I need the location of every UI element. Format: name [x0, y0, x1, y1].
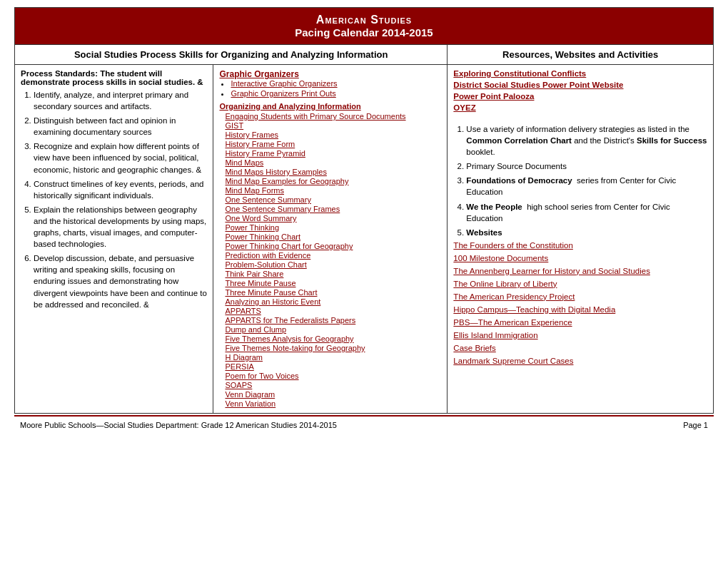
gist-link[interactable]: GIST [225, 121, 243, 130]
problem-solution-link[interactable]: Problem-Solution Chart [225, 260, 306, 269]
list-item: GIST [225, 121, 441, 130]
process-heading: Process Standards: The student will demo… [21, 69, 203, 86]
mind-maps-link[interactable]: Mind Maps [225, 158, 263, 167]
resources-column: Exploring Constitutional Conflicts Distr… [448, 65, 713, 413]
list-item: Three Minute Pause [225, 279, 441, 287]
interactive-graphic-organizers-link[interactable]: Interactive Graphic Organizers [231, 79, 337, 88]
case-briefs-link[interactable]: Case Briefs [453, 344, 707, 352]
bullet-links-list: Interactive Graphic Organizers Graphic O… [219, 79, 441, 98]
list-item: APPARTS [225, 307, 441, 315]
organizers-links-list: Engaging Students with Primary Source Do… [219, 112, 441, 408]
annenberg-learner-link[interactable]: The Annenberg Learner for History and So… [453, 267, 707, 275]
list-item: Recognize and explain how different poin… [34, 140, 207, 175]
one-sentence-summary-link[interactable]: One Sentence Summary [225, 195, 310, 204]
websites-heading: Websites [466, 228, 502, 237]
list-item: SOAPS [225, 381, 441, 389]
list-item: Develop discussion, debate, and persuasi… [34, 252, 207, 310]
prediction-evidence-link[interactable]: Prediction with Evidence [225, 251, 310, 260]
organizing-analyzing-heading[interactable]: Organizing and Analyzing Information [219, 102, 441, 111]
power-thinking-link[interactable]: Power Thinking [225, 223, 279, 232]
landmark-supreme-court-link[interactable]: Landmark Supreme Court Cases [453, 357, 707, 365]
list-item: Problem-Solution Chart [225, 260, 441, 269]
page-footer: Moore Public Schools—Social Studies Depa… [14, 415, 714, 434]
list-item: Use a variety of information delivery st… [466, 123, 707, 158]
think-pair-share-link[interactable]: Think Pair Share [225, 270, 283, 278]
list-item: One Word Summary [225, 214, 441, 223]
american-presidency-link[interactable]: The American Presidency Project [453, 292, 707, 301]
list-item: Three Minute Pause Chart [225, 288, 441, 297]
milestone-documents-link[interactable]: 100 Milestone Documents [453, 254, 707, 262]
one-sentence-frames-link[interactable]: One Sentence Summary Frames [225, 205, 340, 213]
graphic-organizers-column: Graphic Organizers Interactive Graphic O… [213, 65, 447, 413]
one-word-summary-link[interactable]: One Word Summary [225, 214, 296, 223]
header-title: American Studies [22, 14, 706, 26]
poem-two-voices-link[interactable]: Poem for Two Voices [225, 372, 298, 380]
footer-right: Page 1 [683, 421, 708, 429]
analyzing-historic-event-link[interactable]: Analyzing an Historic Event [225, 297, 320, 306]
foundations-bold: Foundations of Democracy [466, 176, 572, 185]
list-item: Think Pair Share [225, 270, 441, 278]
dump-clump-link[interactable]: Dump and Clump [225, 325, 286, 334]
power-thinking-geography-link[interactable]: Power Thinking Chart for Geography [225, 242, 353, 250]
list-item: History Frames [225, 131, 441, 139]
power-point-palooza-link[interactable]: Power Point Palooza [453, 92, 707, 101]
venn-variation-link[interactable]: Venn Variation [225, 399, 275, 408]
skills-success-bold: Skills for Success [637, 136, 707, 145]
apparts-federalists-link[interactable]: APPARTS for The Federalists Papers [225, 316, 355, 325]
list-item: Identify, analyze, and interpret primary… [34, 89, 207, 112]
ellis-island-link[interactable]: Ellis Island Immigration [453, 331, 707, 339]
graphic-organizers-heading[interactable]: Graphic Organizers [219, 69, 298, 79]
five-themes-notetaking-link[interactable]: Five Themes Note-taking for Geography [225, 344, 365, 352]
five-themes-geography-link[interactable]: Five Themes Analysis for Geography [225, 334, 353, 343]
founders-constitution-link[interactable]: The Founders of the Constitution [453, 241, 707, 250]
history-frames-link[interactable]: History Frames [225, 131, 278, 139]
exploring-constitutional-link[interactable]: Exploring Constitutional Conflicts [453, 69, 707, 78]
list-item: Engaging Students with Primary Source Do… [225, 112, 441, 121]
graphic-organizers-printouts-link[interactable]: Graphic Organizers Print Outs [231, 89, 335, 98]
hippo-campus-link[interactable]: Hippo Campus—Teaching with Digital Media [453, 305, 707, 314]
list-item: APPARTS for The Federalists Papers [225, 316, 441, 325]
persia-link[interactable]: PERSIA [225, 362, 253, 371]
list-item: Five Themes Analysis for Geography [225, 334, 441, 343]
mind-maps-history-link[interactable]: Mind Maps History Examples [225, 168, 326, 176]
header-subtitle: Pacing Calendar 2014-2015 [22, 26, 706, 39]
list-item: Power Thinking Chart for Geography [225, 242, 441, 250]
main-content: Process Standards: The student will demo… [14, 65, 714, 414]
district-social-studies-link[interactable]: District Social Studies Power Point Webs… [453, 81, 707, 89]
soaps-link[interactable]: SOAPS [225, 381, 252, 389]
list-item: Mind Map Examples for Geography [225, 177, 441, 185]
online-library-link[interactable]: The Online Library of Liberty [453, 280, 707, 288]
col-header-left: Social Studies Process Skills for Organi… [15, 45, 448, 64]
list-item: Mind Maps History Examples [225, 168, 441, 176]
h-diagram-link[interactable]: H Diagram [225, 353, 263, 362]
list-item: Power Thinking [225, 223, 441, 232]
list-item: Analyzing an Historic Event [225, 297, 441, 306]
engaging-students-link[interactable]: Engaging Students with Primary Source Do… [225, 112, 405, 121]
list-item: Websites [466, 227, 707, 238]
list-item: Primary Source Documents [466, 160, 707, 172]
list-item: Interactive Graphic Organizers [231, 79, 441, 88]
list-item: One Sentence Summary Frames [225, 205, 441, 213]
list-item: Venn Diagram [225, 390, 441, 399]
left-section: Process Standards: The student will demo… [15, 65, 448, 413]
mind-map-geography-link[interactable]: Mind Map Examples for Geography [225, 177, 348, 185]
power-thinking-chart-link[interactable]: Power Thinking Chart [225, 233, 300, 241]
list-item: PERSIA [225, 362, 441, 371]
mind-map-forms-link[interactable]: Mind Map Forms [225, 186, 284, 195]
three-minute-pause-link[interactable]: Three Minute Pause [225, 279, 295, 287]
pbs-american-experience-link[interactable]: PBS—The American Experience [453, 318, 707, 327]
correlation-chart-bold: Common Correlation Chart [466, 136, 572, 145]
three-minute-pause-chart-link[interactable]: Three Minute Pause Chart [225, 288, 317, 297]
apparts-link[interactable]: APPARTS [225, 307, 261, 315]
venn-diagram-link[interactable]: Venn Diagram [225, 390, 275, 399]
col-header-right: Resources, Websites and Activities [448, 45, 713, 64]
oyez-link[interactable]: OYEZ [453, 103, 707, 112]
list-item: H Diagram [225, 353, 441, 362]
list-item: Prediction with Evidence [225, 251, 441, 260]
resources-numbered-list: Use a variety of information delivery st… [453, 123, 707, 238]
history-frame-form-link[interactable]: History Frame Form [225, 140, 295, 148]
column-headers: Social Studies Process Skills for Organi… [14, 45, 714, 65]
list-item: Poem for Two Voices [225, 372, 441, 380]
footer-left: Moore Public Schools—Social Studies Depa… [20, 421, 337, 429]
history-frame-pyramid-link[interactable]: History Frame Pyramid [225, 149, 305, 158]
